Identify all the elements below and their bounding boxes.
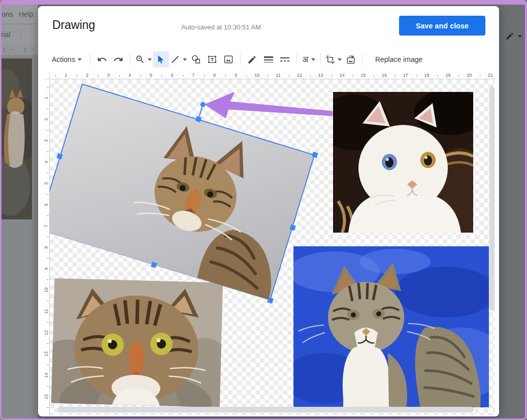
chevron-down-icon <box>148 58 152 61</box>
white-cat-illustration <box>333 92 473 233</box>
shape-tool-button[interactable] <box>188 51 204 68</box>
shapes-icon <box>191 54 201 64</box>
drawing-toolbar: Actions <box>47 50 431 69</box>
text-options-button[interactable]: अ <box>301 51 317 68</box>
replace-image-icon <box>346 54 356 64</box>
zoom-in-icon <box>135 54 145 64</box>
drawing-dialog: Drawing Auto-saved at 10:30:51 AM Save a… <box>38 6 499 416</box>
undo-button[interactable] <box>94 51 110 68</box>
selection-handle-bottom[interactable] <box>151 262 157 268</box>
vertical-ruler: 123456789101112131415 <box>43 79 50 415</box>
line-weight-icon <box>264 56 273 62</box>
annotation-arrow <box>202 90 335 122</box>
select-tool-button[interactable] <box>153 51 169 68</box>
autosave-status: Auto-saved at 10:30:51 AM <box>181 23 261 31</box>
redo-button[interactable] <box>110 51 126 68</box>
crop-tool-button[interactable] <box>324 51 343 68</box>
text-box-icon <box>207 54 217 64</box>
line-tool-button[interactable] <box>169 51 188 68</box>
crop-icon <box>325 55 335 64</box>
horizontal-ruler: 123456789101112131415161718192021 <box>50 72 496 79</box>
chevron-down-icon <box>338 58 342 61</box>
undo-icon <box>97 54 107 64</box>
dialog-title: Drawing <box>52 18 95 32</box>
dimmed-docs-background: ons Help rial 1 2 <box>0 0 38 420</box>
zoom-button[interactable] <box>134 51 153 68</box>
chevron-down-icon <box>78 58 82 61</box>
vertical-scrollbar-thumb[interactable] <box>489 86 495 311</box>
text-tool-icon: अ <box>302 55 308 64</box>
image-icon <box>223 54 234 64</box>
chevron-down-icon <box>183 58 187 61</box>
line-weight-button[interactable] <box>260 51 277 68</box>
cursor-arrow-icon <box>156 54 166 64</box>
docs-editing-mode-button <box>505 29 524 43</box>
canvas-image-blue-cat[interactable] <box>293 246 489 407</box>
screenshot-root: ons Help rial 1 2 <box>0 0 527 420</box>
pencil-icon <box>247 55 257 64</box>
chevron-down-icon <box>311 58 315 61</box>
redo-icon <box>113 54 123 64</box>
pencil-icon <box>505 31 514 41</box>
actions-menu-button[interactable]: Actions <box>47 51 86 68</box>
replace-image-button[interactable]: Replace image <box>367 51 431 68</box>
canvas-image-tabby-closeup[interactable] <box>51 278 223 408</box>
blue-cat-illustration <box>293 246 489 407</box>
tabby-closeup-illustration <box>51 278 223 408</box>
line-icon <box>170 54 180 64</box>
line-color-button[interactable] <box>244 51 260 68</box>
replace-image-label: Replace image <box>371 55 426 63</box>
insert-image-button[interactable] <box>220 51 237 68</box>
save-and-close-button[interactable]: Save and close <box>399 16 485 36</box>
selection-handle-bottom-right[interactable] <box>267 297 273 303</box>
line-dash-icon <box>280 57 289 61</box>
replace-image-icon-button[interactable] <box>343 51 359 68</box>
line-dash-button[interactable] <box>277 51 293 68</box>
drawing-canvas[interactable] <box>50 79 495 415</box>
ruler-corner <box>43 72 50 79</box>
text-box-tool-button[interactable] <box>204 51 220 68</box>
canvas-image-white-cat[interactable] <box>333 92 473 233</box>
actions-label: Actions <box>52 55 75 63</box>
chevron-down-icon <box>518 35 522 38</box>
horizontal-scrollbar-thumb[interactable] <box>57 407 474 412</box>
